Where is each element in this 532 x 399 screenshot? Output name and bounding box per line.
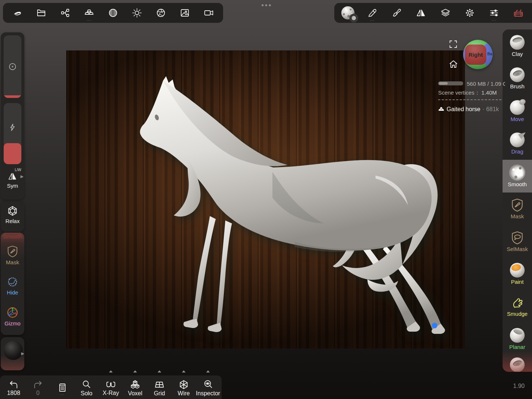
redo-button[interactable]: 0 bbox=[27, 375, 49, 399]
memory-usage-bar bbox=[438, 81, 463, 85]
inspector-button[interactable]: Inspector bbox=[197, 375, 219, 399]
smooth-tool-icon bbox=[510, 165, 525, 180]
relax-button[interactable]: Relax bbox=[1, 205, 24, 224]
move-tool-icon bbox=[510, 100, 525, 115]
undo-button[interactable]: 1808 bbox=[2, 375, 25, 399]
camera-icon[interactable] bbox=[199, 3, 218, 22]
relax-panel: Relax bbox=[1, 202, 24, 232]
grid-button[interactable]: Grid bbox=[148, 375, 171, 399]
wire-button[interactable]: Wire bbox=[172, 375, 195, 399]
material-paint-icon[interactable] bbox=[387, 3, 406, 22]
home-view-button[interactable] bbox=[448, 59, 458, 71]
layers-icon[interactable] bbox=[436, 3, 455, 22]
mask-left-button[interactable]: Mask bbox=[1, 245, 24, 265]
scene-graph-icon[interactable] bbox=[56, 3, 75, 22]
mask-tool-icon bbox=[511, 198, 524, 212]
stroke-alpha-icon[interactable] bbox=[338, 3, 357, 22]
nomad-logo-icon[interactable] bbox=[8, 3, 27, 22]
bottom-toolbar: 1808 0 ··· Solo X-Ray Voxel Grid Wire In… bbox=[0, 375, 222, 399]
filters-sliders-icon[interactable]: ··· bbox=[485, 3, 504, 22]
tool-smooth[interactable]: Smooth bbox=[503, 160, 532, 193]
intensity-slider[interactable] bbox=[4, 103, 21, 164]
stroke-settings-panel: L/W ▶ Sym bbox=[1, 32, 24, 200]
history-button[interactable]: ··· bbox=[51, 375, 74, 399]
partial-tool-icon bbox=[510, 357, 525, 372]
tool-mask[interactable]: Mask bbox=[503, 193, 532, 225]
intensity-slider-fill bbox=[4, 143, 21, 164]
background-icon[interactable] bbox=[175, 3, 194, 22]
files-icon[interactable] bbox=[32, 3, 51, 22]
material-icon[interactable] bbox=[103, 3, 123, 22]
lighting-icon[interactable] bbox=[127, 3, 147, 22]
tool-clay[interactable]: Clay bbox=[503, 29, 532, 62]
top-left-toolbar: ··· bbox=[3, 3, 223, 23]
voxel-button[interactable]: Voxel bbox=[124, 375, 147, 399]
object-name: Gaited horse bbox=[447, 106, 480, 113]
settings-gear-icon[interactable] bbox=[460, 3, 479, 22]
tool-partial-next[interactable] bbox=[503, 355, 532, 372]
tool-panel: Clay Brush Move Drag Smooth Mask SelMask… bbox=[503, 29, 532, 372]
hide-button[interactable]: Hide bbox=[1, 276, 24, 296]
nomad-sculpt-app: { "ui": { "overflow_dots": "···", "drag_… bbox=[0, 0, 532, 399]
clay-tool-icon bbox=[510, 35, 525, 50]
smudge-tool-icon bbox=[510, 296, 524, 310]
symmetry-icon[interactable] bbox=[411, 3, 430, 22]
drag-tool-icon bbox=[510, 133, 525, 147]
xray-button[interactable]: X-Ray bbox=[99, 375, 122, 399]
relax-label: Relax bbox=[1, 218, 24, 224]
scene-vertices-value: 1.40M bbox=[482, 89, 497, 96]
clipped-smooth-label: Smooth bbox=[1, 233, 24, 239]
scene-vertices-row: Scene vertices： 1.40M bbox=[438, 89, 497, 96]
fullscreen-button[interactable] bbox=[449, 40, 458, 50]
pencil-overflow-dots: ··· bbox=[370, 19, 374, 22]
object-count: · 681k bbox=[483, 106, 499, 113]
solo-button[interactable]: Solo bbox=[75, 375, 98, 399]
memory-usage-fill bbox=[439, 82, 448, 85]
masking-panel: Smooth Mask Hide Gizmo bbox=[1, 233, 24, 335]
grid-expand-caret[interactable] bbox=[158, 370, 161, 372]
orientation-gizmo[interactable]: Right Ba bbox=[463, 40, 493, 69]
tool-paint[interactable]: Paint bbox=[503, 258, 532, 290]
pencil-icon[interactable]: ··· bbox=[363, 3, 382, 22]
selmask-tool-icon bbox=[511, 231, 524, 245]
gizmo-label: Gizmo bbox=[1, 320, 24, 326]
undo-count: 1808 bbox=[7, 390, 20, 396]
gizmo-button[interactable]: Gizmo bbox=[1, 306, 24, 326]
toolbox-icon[interactable] bbox=[509, 3, 528, 22]
radius-slider[interactable] bbox=[4, 35, 21, 98]
mesh-object-icon bbox=[438, 107, 444, 112]
toolbar-drag-handle[interactable]: ●●● bbox=[257, 2, 276, 8]
postprocess-icon[interactable] bbox=[151, 3, 170, 22]
planar-tool-icon bbox=[510, 328, 525, 343]
material-preview-sphere[interactable] bbox=[4, 341, 23, 360]
material-preview-panel: ▶ bbox=[1, 337, 24, 370]
top-right-toolbar: ··· ··· bbox=[334, 3, 532, 23]
topology-overflow-dots: ··· bbox=[87, 19, 91, 22]
tool-move[interactable]: Move bbox=[503, 95, 532, 127]
sym-button[interactable]: Sym bbox=[1, 172, 24, 189]
info-separator bbox=[438, 99, 501, 100]
object-list-item[interactable]: Gaited horse · 681k bbox=[438, 106, 499, 113]
filters-overflow-dots: ··· bbox=[492, 19, 496, 22]
tool-smudge[interactable]: Smudge bbox=[503, 290, 532, 323]
scene-vertices-label: Scene vertices： bbox=[438, 89, 480, 96]
tool-brush[interactable]: Brush bbox=[503, 62, 532, 95]
material-expand-arrow[interactable]: ▶ bbox=[21, 351, 24, 356]
brush-cursor-dot bbox=[432, 323, 437, 328]
tool-selmask[interactable]: SelMask bbox=[503, 225, 532, 258]
xray-expand-caret[interactable] bbox=[109, 370, 113, 372]
mask-left-label: Mask bbox=[1, 259, 24, 265]
brush-tool-icon bbox=[510, 67, 525, 82]
sculpt-viewport[interactable] bbox=[66, 50, 465, 349]
alpha-settings-gear-icon bbox=[349, 14, 358, 22]
memory-usage-text: 560 MB / 1.09 G bbox=[467, 81, 505, 87]
hide-label: Hide bbox=[1, 289, 24, 296]
voxel-expand-caret[interactable] bbox=[133, 370, 137, 372]
tool-planar[interactable]: Planar bbox=[503, 323, 532, 356]
redo-count: 0 bbox=[36, 390, 40, 396]
topology-icon[interactable]: ··· bbox=[80, 3, 99, 22]
tool-drag[interactable]: Drag bbox=[503, 127, 532, 160]
history-overflow-dots: ··· bbox=[60, 393, 64, 396]
inspector-expand-caret[interactable] bbox=[206, 370, 210, 372]
wire-expand-caret[interactable] bbox=[182, 370, 186, 372]
